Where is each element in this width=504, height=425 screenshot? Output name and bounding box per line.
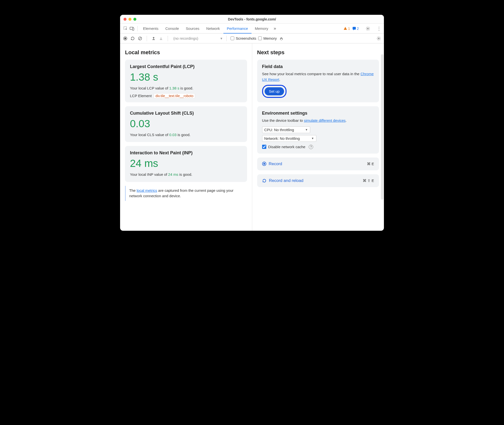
local-metrics-heading: Local metrics bbox=[125, 49, 247, 56]
clear-icon[interactable] bbox=[137, 36, 143, 41]
cls-desc: Your local CLS value of 0.03 is good. bbox=[130, 132, 242, 138]
inspect-icon[interactable] bbox=[123, 25, 129, 32]
chevron-down-icon: ▾ bbox=[220, 36, 222, 41]
lcp-element-chip[interactable]: div.tile__text.tile__roboto bbox=[154, 93, 195, 99]
capture-settings-icon[interactable] bbox=[376, 36, 381, 41]
inp-title: Interaction to Next Paint (INP) bbox=[130, 150, 242, 156]
issues-badge[interactable]: 2 bbox=[352, 27, 359, 31]
record-dot-icon bbox=[262, 162, 266, 166]
collect-garbage-icon[interactable] bbox=[279, 36, 284, 41]
panel-tabs: Elements Console Sources Network Perform… bbox=[120, 24, 384, 34]
window-title: DevTools - fonts.google.com/ bbox=[120, 17, 384, 21]
svg-rect-2 bbox=[132, 28, 134, 30]
cls-value: 0.03 bbox=[130, 118, 242, 130]
lcp-element-row: LCP Element div.tile__text.tile__roboto bbox=[130, 94, 242, 98]
cls-title: Cumulative Layout Shift (CLS) bbox=[130, 111, 242, 116]
devtools-window: DevTools - fonts.google.com/ Elements Co… bbox=[120, 15, 384, 231]
field-data-card: Field data See how your local metrics co… bbox=[257, 60, 379, 102]
perf-toolbar: (no recordings) ▾ Screenshots Memory bbox=[120, 34, 384, 43]
more-tabs-icon[interactable]: » bbox=[272, 25, 278, 32]
chevron-down-icon: ▼ bbox=[305, 128, 308, 131]
disable-cache-checkbox[interactable]: Disable network cache ? bbox=[262, 145, 374, 149]
recordings-dropdown[interactable]: (no recordings) ▾ bbox=[172, 36, 222, 41]
inp-desc: Your local INP value of 24 ms is good. bbox=[130, 172, 242, 177]
svg-point-4 bbox=[367, 28, 369, 29]
env-settings-card: Environment settings Use the device tool… bbox=[257, 106, 379, 154]
setup-button[interactable]: Set up bbox=[265, 87, 284, 95]
network-throttle-select[interactable]: Network: No throttling▼ bbox=[262, 135, 316, 142]
titlebar: DevTools - fonts.google.com/ bbox=[120, 15, 384, 24]
simulate-devices-link[interactable]: simulate different devices bbox=[304, 118, 346, 123]
upload-icon[interactable] bbox=[151, 36, 156, 41]
cpu-throttle-select[interactable]: CPU: No throttling▼ bbox=[262, 126, 310, 133]
lcp-value: 1.38 s bbox=[130, 71, 242, 83]
issues-count: 2 bbox=[357, 27, 359, 31]
record-reload-shortcut: ⌘ ⇧ E bbox=[363, 178, 374, 183]
more-menu-icon[interactable]: ⋮ bbox=[377, 26, 381, 32]
field-data-desc: See how your local metrics compare to re… bbox=[262, 71, 374, 82]
chevron-down-icon: ▼ bbox=[311, 137, 314, 140]
svg-point-9 bbox=[378, 38, 379, 39]
warnings-badge[interactable]: 1 bbox=[343, 27, 350, 31]
record-label: Record bbox=[269, 161, 282, 166]
lcp-desc: Your local LCP value of 1.38 s is good. bbox=[130, 86, 242, 91]
local-metrics-note: The local metrics are captured from the … bbox=[125, 186, 247, 201]
field-data-title: Field data bbox=[262, 64, 374, 69]
env-title: Environment settings bbox=[262, 111, 374, 116]
next-steps-heading: Next steps bbox=[257, 49, 379, 56]
tab-memory[interactable]: Memory bbox=[252, 24, 272, 34]
next-steps-column: Next steps Field data See how your local… bbox=[252, 43, 384, 231]
local-metrics-column: Local metrics Largest Contentful Paint (… bbox=[120, 43, 252, 231]
tab-performance[interactable]: Performance bbox=[223, 24, 252, 34]
settings-icon[interactable] bbox=[365, 25, 371, 32]
record-icon[interactable] bbox=[123, 36, 128, 41]
svg-line-8 bbox=[139, 37, 141, 39]
scrollbar[interactable] bbox=[381, 54, 383, 200]
device-toolbar-icon[interactable] bbox=[129, 25, 135, 32]
local-metrics-link[interactable]: local metrics bbox=[137, 188, 157, 193]
download-icon[interactable] bbox=[158, 36, 164, 41]
warnings-count: 1 bbox=[348, 27, 350, 31]
svg-point-6 bbox=[124, 37, 126, 39]
lcp-title: Largest Contentful Paint (LCP) bbox=[130, 64, 242, 69]
inp-card: Interaction to Next Paint (INP) 24 ms Yo… bbox=[125, 146, 247, 182]
record-shortcut: ⌘ E bbox=[367, 162, 374, 166]
setup-highlight: Set up bbox=[262, 85, 287, 98]
memory-checkbox[interactable]: Memory bbox=[258, 36, 277, 40]
record-reload-label: Record and reload bbox=[269, 178, 304, 183]
svg-rect-3 bbox=[353, 27, 356, 30]
content-area: Local metrics Largest Contentful Paint (… bbox=[120, 43, 384, 231]
env-desc: Use the device toolbar to simulate diffe… bbox=[262, 118, 374, 124]
record-reload-action[interactable]: Record and reload ⌘ ⇧ E bbox=[257, 174, 379, 187]
tab-elements[interactable]: Elements bbox=[140, 24, 162, 34]
tab-console[interactable]: Console bbox=[162, 24, 182, 34]
help-icon[interactable]: ? bbox=[309, 145, 313, 149]
tab-sources[interactable]: Sources bbox=[182, 24, 203, 34]
lcp-card: Largest Contentful Paint (LCP) 1.38 s Yo… bbox=[125, 60, 247, 102]
reload-arrow-icon bbox=[262, 178, 267, 183]
inp-value: 24 ms bbox=[130, 158, 242, 169]
cls-card: Cumulative Layout Shift (CLS) 0.03 Your … bbox=[125, 106, 247, 142]
reload-icon[interactable] bbox=[130, 36, 135, 41]
record-action[interactable]: Record ⌘ E bbox=[257, 158, 379, 170]
screenshots-checkbox[interactable]: Screenshots bbox=[231, 36, 256, 40]
tab-network[interactable]: Network bbox=[203, 24, 223, 34]
